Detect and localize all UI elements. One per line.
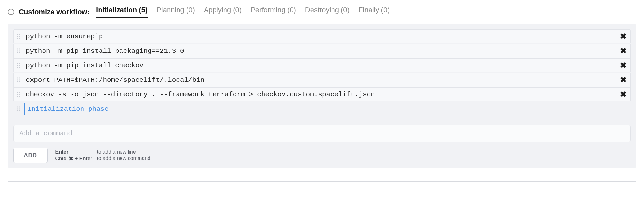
svg-point-29 — [19, 96, 20, 97]
remove-command-button[interactable]: ✖ — [616, 46, 630, 55]
tab-applying[interactable]: Applying (0) — [204, 6, 242, 18]
svg-point-28 — [17, 96, 18, 97]
remove-command-button[interactable]: ✖ — [616, 61, 630, 70]
drag-handle-icon[interactable] — [14, 62, 24, 68]
drag-handle-icon[interactable] — [13, 106, 24, 112]
commands-panel: python -m ensurepip ✖ python -m pip inst… — [8, 24, 636, 168]
svg-point-17 — [19, 67, 20, 68]
hint-key-cmd-enter: Cmd ⌘ + Enter — [55, 156, 92, 162]
svg-point-20 — [17, 80, 18, 81]
add-button[interactable]: ADD — [13, 148, 48, 163]
editing-command-row: Initialization phase — [13, 102, 631, 116]
svg-point-16 — [17, 67, 18, 68]
workflow-tabs: Initialization (5) Planning (0) Applying… — [96, 6, 389, 18]
svg-point-3 — [19, 36, 20, 37]
drag-handle-icon[interactable] — [14, 91, 24, 97]
svg-point-24 — [17, 92, 18, 93]
add-command-input[interactable] — [13, 125, 631, 142]
tab-initialization[interactable]: Initialization (5) — [96, 6, 148, 18]
svg-point-27 — [19, 94, 20, 95]
tab-destroying[interactable]: Destroying (0) — [305, 6, 350, 18]
svg-point-34 — [17, 110, 18, 111]
svg-point-7 — [19, 49, 20, 50]
svg-point-0 — [17, 34, 18, 35]
svg-point-9 — [19, 51, 20, 52]
remove-command-button[interactable]: ✖ — [616, 75, 630, 84]
command-text[interactable]: export PATH=$PATH:/home/spacelift/.local… — [24, 74, 616, 86]
drag-handle-icon[interactable] — [14, 77, 24, 83]
command-row: python -m pip install packaging==21.3.0 … — [13, 44, 631, 58]
svg-point-10 — [17, 52, 18, 53]
svg-point-12 — [17, 63, 18, 64]
svg-point-5 — [19, 38, 20, 39]
keyboard-hints: Enter to add a new line Cmd ⌘ + Enter to… — [55, 149, 150, 162]
drag-handle-icon[interactable] — [14, 33, 24, 39]
command-row: python -m ensurepip ✖ — [13, 29, 631, 43]
svg-point-22 — [17, 81, 18, 82]
workflow-header: i Customize workflow: Initialization (5)… — [8, 3, 636, 23]
tab-planning[interactable]: Planning (0) — [157, 6, 195, 18]
command-row: export PATH=$PATH:/home/spacelift/.local… — [13, 73, 631, 87]
svg-point-26 — [17, 94, 18, 95]
hint-desc-newcommand: to add a new command — [97, 156, 150, 162]
svg-point-6 — [17, 49, 18, 50]
svg-point-33 — [19, 109, 20, 110]
svg-point-14 — [17, 65, 18, 66]
tab-finally[interactable]: Finally (0) — [359, 6, 390, 18]
svg-point-13 — [19, 63, 20, 64]
svg-point-25 — [19, 92, 20, 93]
tab-performing[interactable]: Performing (0) — [251, 6, 296, 18]
hint-key-enter: Enter — [55, 149, 92, 155]
panel-footer: ADD Enter to add a new line Cmd ⌘ + Ente… — [13, 148, 631, 163]
svg-point-1 — [19, 34, 20, 35]
svg-point-35 — [19, 110, 20, 111]
drag-handle-icon[interactable] — [14, 48, 24, 54]
command-text[interactable]: python -m pip install checkov — [24, 59, 616, 72]
svg-point-19 — [19, 78, 20, 79]
svg-point-23 — [19, 81, 20, 82]
header-label: Customize workflow: — [19, 8, 90, 16]
svg-point-11 — [19, 52, 20, 53]
svg-point-30 — [17, 107, 18, 108]
svg-point-18 — [17, 78, 18, 79]
editing-command-text[interactable]: Initialization phase — [24, 103, 631, 115]
svg-point-4 — [17, 38, 18, 39]
remove-command-button[interactable]: ✖ — [616, 90, 630, 99]
svg-point-32 — [17, 109, 18, 110]
add-command-row — [13, 125, 631, 142]
remove-command-button[interactable]: ✖ — [616, 32, 630, 41]
command-row: checkov -s -o json --directory . --frame… — [13, 87, 631, 101]
svg-point-2 — [17, 36, 18, 37]
command-row: python -m pip install checkov ✖ — [13, 58, 631, 72]
command-text[interactable]: python -m ensurepip — [24, 30, 616, 43]
svg-point-15 — [19, 65, 20, 66]
divider — [8, 181, 636, 182]
command-text[interactable]: python -m pip install packaging==21.3.0 — [24, 45, 616, 57]
info-icon[interactable]: i — [8, 9, 14, 15]
command-text[interactable]: checkov -s -o json --directory . --frame… — [24, 88, 616, 101]
svg-point-8 — [17, 51, 18, 52]
svg-point-21 — [19, 80, 20, 81]
command-list: python -m ensurepip ✖ python -m pip inst… — [13, 29, 631, 116]
svg-point-31 — [19, 107, 20, 108]
hint-desc-newline: to add a new line — [97, 149, 150, 155]
